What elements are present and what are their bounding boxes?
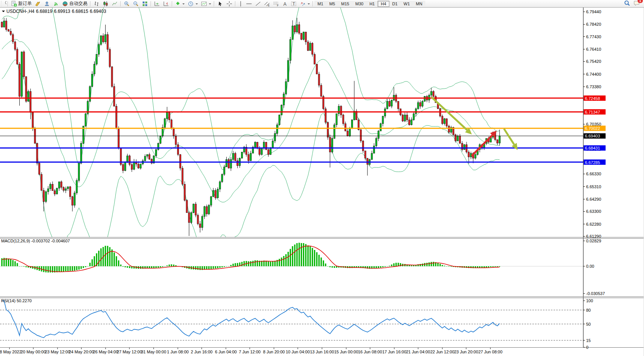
candle-body	[3, 21, 5, 27]
candle-body	[367, 158, 368, 164]
candle-body	[52, 184, 53, 191]
candle-body	[442, 116, 443, 124]
candle-body	[226, 159, 227, 167]
candle-body	[41, 174, 42, 190]
new-order-button[interactable]: 新订单	[9, 0, 33, 7]
candle-body	[444, 119, 445, 123]
timeframe-button-W1[interactable]: W1	[401, 1, 413, 7]
timeframe-button-M5[interactable]: M5	[326, 1, 338, 7]
candle-body	[307, 42, 309, 51]
candle-body	[168, 112, 170, 120]
date-tick-label: 8 Jun 20:00	[263, 350, 285, 354]
trendline-button[interactable]	[254, 0, 263, 7]
timeframe-button-M30[interactable]: M30	[352, 1, 366, 7]
candle-body	[193, 204, 194, 213]
candle-body	[65, 189, 67, 190]
symbol-dropdown-icon[interactable]	[2, 11, 5, 14]
line-chart-button[interactable]	[110, 0, 119, 7]
candle-body	[378, 131, 379, 139]
price-tag-label: 6.68431	[585, 146, 600, 150]
period-button[interactable]	[186, 0, 199, 7]
candle-body	[67, 187, 69, 189]
ohlc-low: 6.68615	[72, 9, 88, 14]
equidistant-channel-button[interactable]: E	[263, 0, 272, 7]
candle-body	[81, 144, 82, 163]
chart-wizard-button[interactable]	[33, 0, 42, 7]
profile-button[interactable]	[42, 0, 51, 7]
date-tick-label: 2 Jun 16:00	[191, 350, 213, 354]
separator	[214, 1, 215, 6]
fibonacci-button[interactable]: F	[272, 0, 281, 7]
candle-body	[497, 140, 498, 143]
candle-body	[100, 36, 102, 44]
price-tick-label: 6.73380	[586, 84, 601, 89]
candle-body	[250, 153, 252, 161]
price-tick-label: 6.77430	[586, 34, 601, 39]
candle-body	[76, 181, 78, 193]
zoom-out-icon	[133, 1, 139, 7]
candle-body	[204, 206, 205, 216]
timeframe-button-M1[interactable]: M1	[314, 1, 326, 7]
candle-body	[89, 86, 91, 101]
timeframe-button-MN[interactable]: MN	[413, 1, 425, 7]
candle-body	[362, 141, 364, 151]
timeframe-button-H1[interactable]: H1	[366, 1, 378, 7]
candlestick-chart-button[interactable]	[101, 0, 110, 7]
timeframe-button-M15[interactable]: M15	[338, 1, 352, 7]
date-tick-label: 27 May 12:00	[117, 350, 142, 354]
notifications-button[interactable]: 1	[633, 0, 640, 7]
candle-body	[63, 187, 64, 190]
candle-body	[182, 168, 183, 184]
trendline-icon	[255, 1, 261, 7]
candle-body	[338, 106, 340, 114]
template-button[interactable]	[199, 0, 213, 7]
crosshair-button[interactable]	[225, 0, 234, 7]
candle-body	[289, 39, 291, 61]
candle-body	[10, 31, 11, 35]
candle-body	[72, 197, 73, 205]
candle-body	[32, 112, 34, 129]
cursor-button[interactable]	[216, 0, 225, 7]
clock-icon	[188, 1, 194, 7]
add-indicator-button[interactable]	[174, 0, 186, 7]
timeframe-button-H4[interactable]: H4	[378, 1, 389, 7]
autotrade-button[interactable]: 自动交易	[61, 0, 89, 7]
search-icon[interactable]	[624, 0, 630, 8]
bar-chart-button[interactable]	[92, 0, 101, 7]
zoom-out-button[interactable]	[131, 0, 140, 7]
candle-body	[288, 61, 289, 82]
candle-body	[327, 122, 328, 137]
candle-body	[127, 156, 128, 162]
profile-icon	[44, 1, 50, 7]
candle-body	[431, 91, 432, 95]
zoom-in-button[interactable]	[122, 0, 131, 7]
timeframe-button-D1[interactable]: D1	[389, 1, 401, 7]
macd-indicator-label: MACD(12,26,9) -0.003702 -0.004607	[1, 239, 70, 243]
candle-body	[195, 204, 196, 215]
candle-body	[177, 145, 179, 155]
tile-windows-button[interactable]	[140, 0, 149, 7]
signal-button[interactable]	[51, 0, 61, 7]
cursor-icon	[217, 1, 223, 7]
arrows-tool-button[interactable]	[298, 0, 311, 7]
auto-scroll-button[interactable]	[152, 0, 162, 7]
candle-body	[206, 206, 207, 214]
chart-window-icon[interactable]	[3, 0, 6, 7]
candle-body	[122, 164, 124, 170]
date-tick-label: 1 Jun 08:00	[167, 350, 189, 354]
svg-text:A: A	[283, 1, 286, 6]
horizontal-line-button[interactable]	[244, 0, 254, 7]
candle-body	[331, 139, 333, 152]
chart-shift-button[interactable]	[162, 0, 171, 7]
vertical-line-button[interactable]	[237, 0, 244, 7]
date-tick-label: 16 Jun 08:00	[358, 350, 382, 354]
candle-body	[69, 187, 71, 197]
separator	[8, 1, 8, 6]
text-button[interactable]: A	[281, 0, 289, 7]
text-label-button[interactable]: T	[289, 0, 298, 7]
date-tick-label: 23 Jun 20:00	[454, 350, 478, 354]
date-tick-label: 15 Jun 00:00	[334, 350, 358, 354]
candle-body	[179, 155, 181, 168]
chart-canvas[interactable]: 6.794406.784206.774306.764106.754206.744…	[0, 0, 644, 356]
candle-body	[285, 81, 287, 94]
